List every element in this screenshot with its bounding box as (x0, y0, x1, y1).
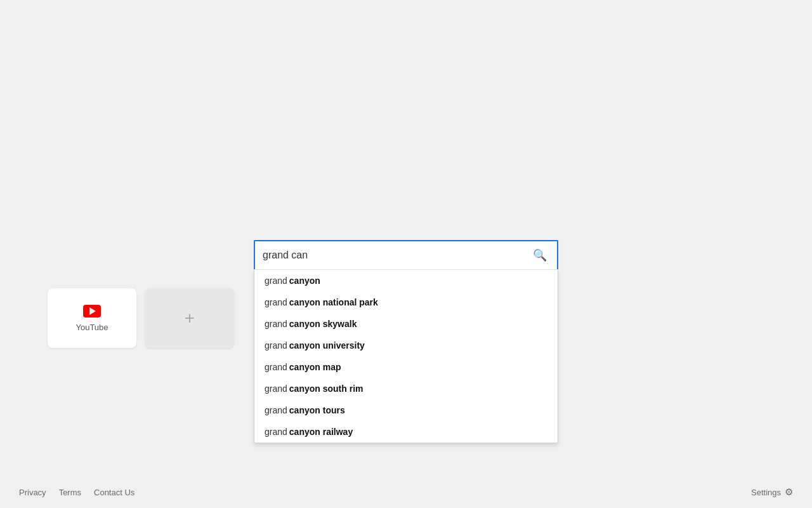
autocomplete-item[interactable]: grand canyon map (254, 356, 558, 378)
autocomplete-prefix: grand (265, 276, 287, 286)
autocomplete-item[interactable]: grand canyon south rim (254, 378, 558, 399)
autocomplete-prefix: grand (265, 405, 287, 415)
terms-link[interactable]: Terms (59, 488, 81, 497)
tile-youtube[interactable]: YouTube (48, 288, 136, 348)
autocomplete-item[interactable]: grand canyon (254, 270, 558, 291)
youtube-icon (83, 305, 101, 318)
autocomplete-item[interactable]: grand canyon tours (254, 399, 558, 421)
autocomplete-prefix: grand (265, 340, 287, 351)
search-icon: 🔍 (533, 248, 547, 262)
add-icon: + (185, 309, 195, 327)
autocomplete-bold: canyon railway (289, 427, 353, 437)
autocomplete-bold: canyon (289, 276, 320, 286)
autocomplete-item[interactable]: grand canyon university (254, 335, 558, 356)
autocomplete-dropdown: grand canyon grand canyon national park … (254, 269, 558, 443)
contact-us-link[interactable]: Contact Us (94, 488, 134, 497)
autocomplete-bold: canyon national park (289, 297, 378, 307)
youtube-play-icon (89, 307, 96, 315)
footer: Privacy Terms Contact Us Settings ⚙ (0, 476, 812, 508)
footer-right: Settings ⚙ (751, 486, 793, 498)
autocomplete-prefix: grand (265, 384, 287, 394)
search-button[interactable]: 🔍 (530, 246, 549, 265)
autocomplete-prefix: grand (265, 427, 287, 437)
search-input[interactable] (263, 250, 530, 261)
search-container: 🔍 grand canyon grand canyon national par… (254, 240, 558, 443)
tiles-area: YouTube + (48, 288, 234, 348)
autocomplete-prefix: grand (265, 297, 287, 307)
autocomplete-bold: canyon map (289, 362, 341, 372)
autocomplete-bold: canyon university (289, 340, 365, 351)
autocomplete-item[interactable]: grand canyon skywalk (254, 313, 558, 335)
autocomplete-bold: canyon tours (289, 405, 345, 415)
autocomplete-prefix: grand (265, 319, 287, 329)
autocomplete-item[interactable]: grand canyon national park (254, 291, 558, 313)
settings-label[interactable]: Settings (751, 488, 781, 497)
settings-gear-icon[interactable]: ⚙ (785, 486, 793, 498)
privacy-link[interactable]: Privacy (19, 488, 46, 497)
autocomplete-item[interactable]: grand canyon railway (254, 421, 558, 443)
search-box: 🔍 (254, 240, 558, 269)
tile-youtube-label: YouTube (75, 323, 108, 332)
footer-left: Privacy Terms Contact Us (19, 488, 134, 497)
tile-add[interactable]: + (145, 288, 234, 348)
autocomplete-prefix: grand (265, 362, 287, 372)
autocomplete-bold: canyon south rim (289, 384, 363, 394)
autocomplete-bold: canyon skywalk (289, 319, 357, 329)
